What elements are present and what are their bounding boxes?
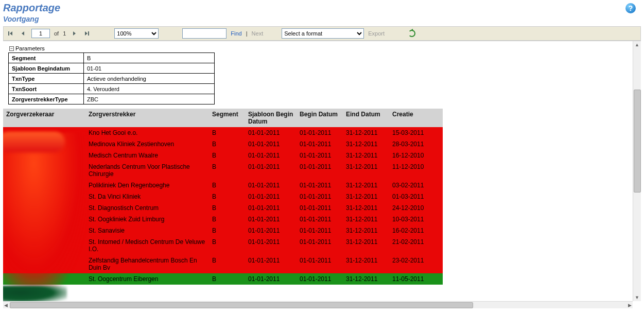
cell-sjabloon_begin: 01-01-2011: [245, 225, 297, 236]
table-row[interactable]: St. Oogcentrum EibergenB01-01-201101-01-…: [3, 273, 443, 285]
prev-page-button[interactable]: [19, 29, 27, 38]
find-link[interactable]: Find: [231, 30, 241, 37]
table-row[interactable]: Medinova Kliniek ZestienhovenB01-01-2011…: [3, 138, 443, 150]
cell-creatie: 03-02-2011: [389, 180, 443, 191]
cell-sjabloon_begin: 01-01-2011: [245, 150, 297, 161]
cell-segment: B: [209, 161, 245, 180]
parameter-row: SegmentB: [9, 53, 215, 63]
cell-zorgverstrekker: St. Da Vinci Kliniek: [85, 191, 209, 202]
cell-eind: 31-12-2011: [343, 127, 389, 138]
vertical-scrollbar[interactable]: ▲ ▼: [633, 41, 641, 301]
scroll-right-icon[interactable]: ▶: [627, 302, 633, 309]
scroll-left-icon[interactable]: ◀: [3, 302, 9, 309]
help-icon[interactable]: ?: [625, 3, 636, 13]
table-row[interactable]: Nederlands Centrum Voor Plastische Chiru…: [3, 161, 443, 180]
cell-begin: 01-01-2011: [297, 127, 343, 138]
table-row[interactable]: St. SanavisieB01-01-201101-01-201131-12-…: [3, 225, 443, 236]
table-row[interactable]: St. Da Vinci KliniekB01-01-201101-01-201…: [3, 191, 443, 202]
cell-begin: 01-01-2011: [297, 191, 343, 202]
cell-zorgverstrekker: Polikliniek Den Regenboeghe: [85, 180, 209, 191]
next-page-button[interactable]: [70, 29, 78, 38]
column-header[interactable]: Sjabloon Begin Datum: [245, 109, 297, 127]
cell-zorgverstrekker: Nederlands Centrum Voor Plastische Chiru…: [85, 161, 209, 180]
parameters-heading: Parameters: [15, 45, 45, 51]
table-row[interactable]: St. Oogkliniek Zuid LimburgB01-01-201101…: [3, 214, 443, 225]
cell-zorgverzekeraar: [3, 161, 85, 180]
page-subtitle: Voortgang: [3, 15, 641, 23]
parameters-toggle[interactable]: − Parameters: [9, 45, 631, 51]
table-row[interactable]: Zelfstandig Behandelcentrum Bosch En Dui…: [3, 255, 443, 273]
cell-creatie: 21-02-2011: [389, 236, 443, 255]
table-row[interactable]: Polikliniek Den RegenboegheB01-01-201101…: [3, 180, 443, 191]
cell-segment: B: [209, 138, 245, 150]
parameter-value: 4. Verouderd: [84, 84, 215, 94]
cell-zorgverstrekker: St. Oogcentrum Eibergen: [85, 273, 209, 285]
table-row[interactable]: St. Diagnostisch CentrumB01-01-201101-01…: [3, 202, 443, 214]
cell-zorgverzekeraar: [3, 225, 85, 236]
cell-zorgverzekeraar: [3, 150, 85, 161]
cell-zorgverzekeraar: [3, 127, 85, 138]
parameters-table: SegmentBSjabloon Begindatum01-01TxnTypeA…: [8, 52, 215, 104]
scroll-thumb[interactable]: [10, 302, 473, 308]
cell-zorgverstrekker: St. Sanavisie: [85, 225, 209, 236]
column-header[interactable]: Zorgverzekeraar: [3, 109, 85, 127]
cell-zorgverstrekker: Zelfstandig Behandelcentrum Bosch En Dui…: [85, 255, 209, 273]
cell-segment: B: [209, 236, 245, 255]
find-next-link[interactable]: Next: [252, 30, 264, 37]
cell-eind: 31-12-2011: [343, 180, 389, 191]
find-input[interactable]: [182, 28, 227, 39]
toolbar-separator: |: [246, 30, 248, 37]
page-number-input[interactable]: [31, 29, 50, 38]
table-row[interactable]: St. Intomed / Medisch Centrum De Veluwe …: [3, 236, 443, 255]
table-row[interactable]: Medisch Centrum WaalreB01-01-201101-01-2…: [3, 150, 443, 161]
cell-eind: 31-12-2011: [343, 150, 389, 161]
parameter-row: Sjabloon Begindatum01-01: [9, 63, 215, 74]
scroll-down-icon[interactable]: ▼: [634, 294, 640, 301]
column-header[interactable]: Begin Datum: [297, 109, 343, 127]
scroll-up-icon[interactable]: ▲: [634, 41, 640, 48]
parameter-row: TxnSoort4. Verouderd: [9, 84, 215, 94]
column-header[interactable]: Zorgverstrekker: [85, 109, 209, 127]
cell-sjabloon_begin: 01-01-2011: [245, 161, 297, 180]
cell-zorgverzekeraar: [3, 214, 85, 225]
collapse-icon: −: [9, 46, 14, 51]
export-format-select[interactable]: Select a format: [282, 28, 364, 39]
cell-zorgverzekeraar: [3, 202, 85, 214]
cell-segment: B: [209, 150, 245, 161]
parameter-value: Actieve onderhandeling: [84, 74, 215, 84]
table-row[interactable]: Kno Het Gooi e.o.B01-01-201101-01-201131…: [3, 127, 443, 138]
cell-creatie: 16-02-2011: [389, 225, 443, 236]
cell-zorgverstrekker: St. Intomed / Medisch Centrum De Veluwe …: [85, 236, 209, 255]
scroll-thumb[interactable]: [634, 90, 641, 192]
cell-segment: B: [209, 214, 245, 225]
cell-segment: B: [209, 202, 245, 214]
cell-zorgverzekeraar: [3, 180, 85, 191]
cell-begin: 01-01-2011: [297, 138, 343, 150]
cell-zorgverzekeraar: [3, 273, 85, 285]
export-link[interactable]: Export: [368, 30, 385, 37]
last-page-button[interactable]: [82, 29, 91, 38]
cell-sjabloon_begin: 01-01-2011: [245, 236, 297, 255]
refresh-icon[interactable]: [408, 30, 415, 37]
cell-zorgverstrekker: Medinova Kliniek Zestienhoven: [85, 138, 209, 150]
cell-eind: 31-12-2011: [343, 236, 389, 255]
cell-creatie: 01-03-2011: [389, 191, 443, 202]
cell-zorgverzekeraar: [3, 236, 85, 255]
cell-sjabloon_begin: 01-01-2011: [245, 273, 297, 285]
cell-eind: 31-12-2011: [343, 138, 389, 150]
column-header[interactable]: Eind Datum: [343, 109, 389, 127]
column-header[interactable]: Segment: [209, 109, 245, 127]
parameter-value: ZBC: [84, 94, 215, 104]
cell-zorgverstrekker: Kno Het Gooi e.o.: [85, 127, 209, 138]
first-page-button[interactable]: [7, 29, 15, 38]
parameter-label: ZorgverstrekkerType: [9, 94, 84, 104]
cell-begin: 01-01-2011: [297, 202, 343, 214]
parameter-value: 01-01: [84, 63, 215, 74]
zoom-select[interactable]: 100%: [114, 28, 159, 39]
parameter-label: TxnSoort: [9, 84, 84, 94]
of-label: of: [54, 30, 59, 37]
cell-creatie: 24-12-2010: [389, 202, 443, 214]
horizontal-scrollbar[interactable]: ◀ ▶: [3, 301, 633, 308]
column-header[interactable]: Creatie: [389, 109, 443, 127]
cell-zorgverstrekker: St. Diagnostisch Centrum: [85, 202, 209, 214]
